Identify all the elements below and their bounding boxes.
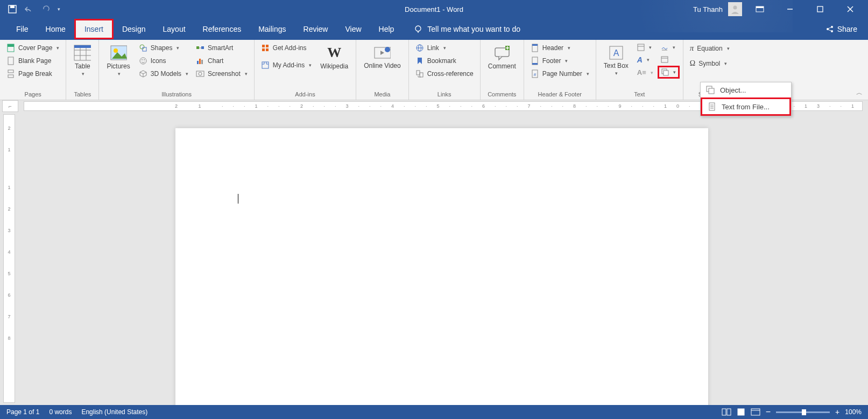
table-button[interactable]: Table▾ — [69, 42, 95, 79]
web-layout-icon[interactable] — [751, 408, 760, 416]
quick-parts-button[interactable]: ▾ — [634, 42, 657, 53]
pictures-button[interactable]: Pictures▾ — [102, 42, 134, 79]
read-mode-icon[interactable] — [722, 408, 731, 416]
3d-models-icon — [139, 69, 147, 78]
redo-icon[interactable] — [41, 5, 50, 13]
ribbon-display-icon[interactable] — [747, 0, 772, 18]
print-layout-icon[interactable] — [737, 408, 745, 416]
svg-rect-34 — [196, 46, 199, 49]
svg-rect-81 — [738, 409, 744, 415]
group-label-addins: Add-ins — [258, 91, 352, 99]
tab-references[interactable]: References — [194, 20, 250, 38]
object-dropdown-button[interactable]: ▾ — [671, 68, 678, 76]
status-language[interactable]: English (United States) — [81, 408, 147, 416]
tab-file[interactable]: File — [8, 20, 37, 38]
avatar[interactable] — [728, 2, 742, 16]
screenshot-button[interactable]: Screenshot▾ — [193, 68, 251, 80]
text-box-button[interactable]: A Text Box▾ — [599, 42, 633, 78]
share-button[interactable]: Share — [825, 25, 857, 33]
bookmark-button[interactable]: Bookmark — [412, 55, 477, 67]
date-time-button[interactable] — [658, 54, 680, 65]
header-icon — [531, 44, 539, 52]
document-page[interactable] — [175, 128, 708, 405]
comment-icon — [493, 44, 511, 61]
cross-reference-button[interactable]: Cross-reference — [412, 68, 477, 80]
tab-insert[interactable]: Insert — [74, 19, 114, 39]
svg-point-28 — [114, 48, 118, 53]
svg-rect-44 — [262, 48, 265, 51]
video-icon — [373, 44, 391, 61]
zoom-slider[interactable] — [776, 411, 830, 413]
svg-point-48 — [385, 47, 390, 52]
header-button[interactable]: Header▾ — [527, 42, 592, 54]
signature-line-button[interactable]: ▾ — [658, 42, 680, 53]
svg-rect-38 — [199, 59, 201, 64]
page-number-button[interactable]: #Page Number▾ — [527, 68, 592, 80]
ribbon-insert: Cover Page▾ Blank Page Page Break Pages … — [0, 40, 868, 100]
wordart-button[interactable]: A▾ — [634, 54, 657, 66]
group-tables: Table▾ Tables — [66, 40, 99, 100]
store-icon — [261, 44, 270, 52]
zoom-in-button[interactable]: + — [835, 408, 839, 416]
object-dropdown-menu: Object... Text from File... — [700, 82, 792, 116]
svg-rect-53 — [420, 73, 423, 77]
get-addins-button[interactable]: Get Add-ins — [258, 42, 315, 54]
save-icon[interactable] — [8, 5, 17, 13]
wikipedia-button[interactable]: W Wikipedia — [316, 42, 352, 72]
ruler-corner[interactable]: ⌐ — [2, 100, 18, 112]
symbol-button[interactable]: ΩSymbol▾ — [687, 58, 733, 69]
my-addins-button[interactable]: My Add-ins▾ — [258, 59, 315, 71]
zoom-out-button[interactable]: − — [766, 407, 771, 417]
vertical-ruler[interactable]: 2112345678 — [3, 114, 15, 403]
tab-view[interactable]: View — [336, 20, 370, 38]
svg-rect-61 — [532, 63, 538, 65]
menu-object[interactable]: Object... — [701, 82, 791, 97]
svg-rect-79 — [722, 409, 726, 415]
maximize-button[interactable] — [808, 0, 832, 18]
footer-button[interactable]: Footer▾ — [527, 55, 592, 67]
text-file-icon — [708, 102, 716, 111]
svg-text:A: A — [613, 48, 619, 58]
tab-review[interactable]: Review — [295, 20, 337, 38]
tell-me-search[interactable]: Tell me what you want to do — [413, 24, 520, 34]
qat-customize-icon[interactable]: ▾ — [58, 6, 60, 12]
svg-point-31 — [140, 58, 146, 64]
minimize-button[interactable] — [778, 0, 802, 18]
object-button[interactable] — [660, 68, 671, 76]
close-button[interactable] — [838, 0, 863, 18]
group-label-text: Text — [599, 91, 680, 99]
shapes-button[interactable]: Shapes▾ — [136, 42, 192, 54]
group-pages: Cover Page▾ Blank Page Page Break Pages — [0, 40, 66, 100]
group-label-illustrations: Illustrations — [102, 91, 250, 99]
zoom-level[interactable]: 100% — [845, 408, 862, 416]
tab-mailings[interactable]: Mailings — [250, 20, 294, 38]
page-break-button[interactable]: Page Break — [3, 68, 62, 80]
user-name[interactable]: Tu Thanh — [693, 5, 723, 13]
3d-models-button[interactable]: 3D Models▾ — [136, 68, 192, 80]
status-page[interactable]: Page 1 of 1 — [6, 408, 39, 416]
link-button[interactable]: Link▾ — [412, 42, 477, 54]
icons-button[interactable]: Icons — [136, 55, 192, 67]
tab-home[interactable]: Home — [37, 20, 74, 38]
collapse-ribbon-icon[interactable]: ︿ — [856, 88, 863, 97]
online-video-button[interactable]: Online Video — [359, 42, 405, 72]
cover-page-button[interactable]: Cover Page▾ — [3, 42, 62, 54]
table-icon — [74, 44, 91, 61]
smartart-button[interactable]: SmartArt — [193, 42, 251, 54]
drop-cap-button[interactable]: A≡▾ — [634, 67, 657, 78]
svg-rect-80 — [727, 409, 731, 415]
equation-button[interactable]: πEquation▾ — [687, 42, 733, 54]
comment-button[interactable]: Comment — [484, 42, 520, 72]
status-words[interactable]: 0 words — [49, 408, 72, 416]
svg-rect-45 — [266, 48, 269, 51]
tab-help[interactable]: Help — [370, 20, 403, 38]
svg-point-32 — [142, 59, 143, 60]
chart-button[interactable]: Chart — [193, 55, 251, 67]
menu-text-from-file[interactable]: Text from File... — [701, 97, 791, 116]
tab-design[interactable]: Design — [114, 20, 154, 38]
tab-layout[interactable]: Layout — [154, 20, 194, 38]
undo-icon[interactable] — [24, 5, 34, 13]
bookmark-icon — [415, 57, 424, 65]
blank-page-button[interactable]: Blank Page — [3, 55, 62, 67]
svg-rect-1 — [10, 5, 15, 8]
